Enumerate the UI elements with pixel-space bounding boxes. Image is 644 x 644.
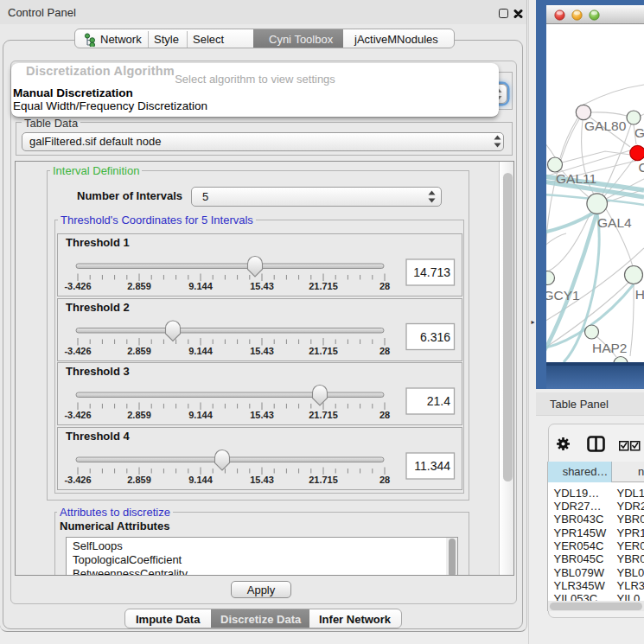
svg-text:GCY1: GCY1 xyxy=(546,288,580,303)
svg-text:GAL: GAL xyxy=(634,125,644,140)
svg-text:GAL4: GAL4 xyxy=(597,215,632,230)
svg-text:GAL11: GAL11 xyxy=(556,171,596,186)
svg-text:H: H xyxy=(635,287,644,302)
svg-text:C: C xyxy=(639,160,644,175)
svg-text:GAL80: GAL80 xyxy=(584,118,627,133)
svg-text:HAP2: HAP2 xyxy=(592,341,628,355)
